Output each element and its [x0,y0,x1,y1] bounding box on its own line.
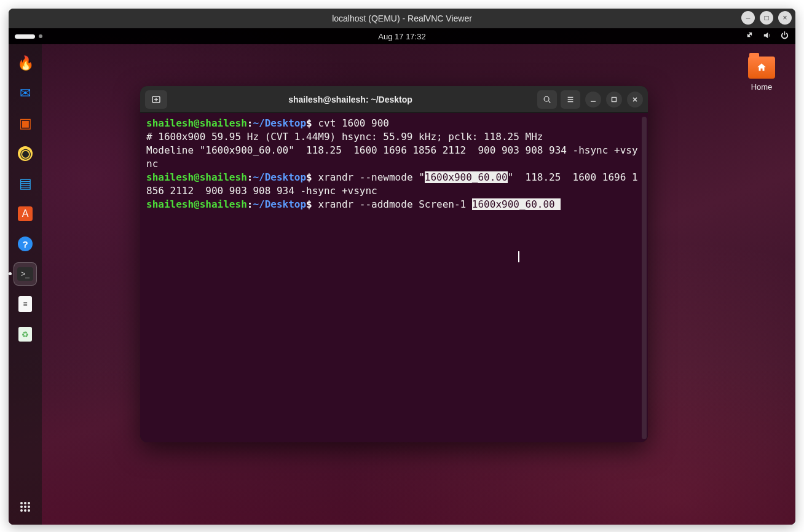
terminal-scrollbar[interactable] [642,117,647,439]
svg-point-8 [24,509,26,512]
dock-thunderbird[interactable]: ✉ [14,82,37,105]
svg-point-6 [28,506,30,508]
close-button[interactable] [627,92,643,108]
gnome-terminal-window[interactable]: shailesh@shailesh: ~/Desktop shailesh@sh… [140,86,648,442]
dock-help[interactable]: ? [14,232,37,256]
prompt-sigil: $ [306,117,312,129]
cmd-2-highlight: 1600x900_60.00 [425,171,508,183]
svg-point-5 [24,506,26,508]
output-1: # 1600x900 59.95 Hz (CVT 1.44M9) hsync: … [146,131,543,143]
cmd-2a: xrandr --newmode " [312,171,425,183]
show-applications-button[interactable] [14,495,37,518]
network-icon[interactable] [744,31,754,42]
dock-files[interactable]: ▣ [14,112,37,135]
desktop-home-folder[interactable]: Home [740,57,783,92]
system-tray[interactable] [744,31,789,42]
svg-point-7 [20,509,23,512]
help-icon: ? [18,237,33,251]
prompt-userhost: shailesh@shailesh [146,117,247,129]
hamburger-menu-button[interactable] [561,90,580,109]
text-cursor-icon [518,251,519,262]
search-button[interactable] [537,90,557,109]
vnc-title: localhost (QEMU) - RealVNC Viewer [332,14,472,23]
dock-terminal[interactable]: >_ [14,262,37,286]
cmd-3a: xrandr --addmode Screen-1 [312,198,472,210]
maximize-button[interactable] [606,92,622,108]
svg-point-3 [28,502,30,504]
dock-writer[interactable]: ▤ [14,172,37,195]
svg-point-9 [28,509,30,512]
output-2: Modeline "1600x900_60.00" 118.25 1600 16… [146,144,638,170]
vnc-close-button[interactable]: × [778,11,792,25]
trash-icon: ♻ [18,327,32,342]
writer-icon: ▤ [19,176,32,192]
prompt-path: ~/Desktop [253,117,306,129]
thunderbird-icon: ✉ [20,85,31,101]
dock-firefox[interactable]: 🔥 [14,52,37,75]
minimize-button[interactable] [585,92,601,108]
svg-point-4 [20,506,23,508]
dock-trash[interactable]: ♻ [14,323,37,346]
vnc-maximize-button[interactable]: □ [760,11,773,25]
text-editor-icon: ≡ [18,296,32,312]
cmd-1: cvt 1600 900 [312,117,389,129]
cmd-3-highlight: 1600x900_60.00 [472,198,561,210]
vnc-titlebar[interactable]: localhost (QEMU) - RealVNC Viewer – □ × [9,9,795,28]
firefox-icon: 🔥 [17,55,34,71]
terminal-headerbar[interactable]: shailesh@shailesh: ~/Desktop [140,86,648,113]
power-icon[interactable] [780,31,789,42]
vnc-toolbar-handle[interactable] [15,33,42,40]
vnc-viewer-window: localhost (QEMU) - RealVNC Viewer – □ × … [9,9,795,525]
software-icon: A [18,206,33,221]
clock[interactable]: Aug 17 17:32 [378,32,425,41]
ubuntu-dock[interactable]: 🔥 ✉ ▣ ◉ ▤ A ? >_ ≡ ♻ [9,44,42,525]
home-label: Home [740,82,783,92]
vnc-minimize-button[interactable]: – [741,11,755,25]
terminal-icon: >_ [17,267,33,281]
svg-point-11 [544,96,549,101]
svg-rect-12 [612,97,617,101]
svg-rect-0 [784,31,786,36]
gnome-topbar[interactable]: Aug 17 17:32 [9,28,795,44]
volume-icon[interactable] [762,31,771,42]
rhythmbox-icon: ◉ [18,146,33,161]
terminal-content[interactable]: shailesh@shailesh:~/Desktop$ cvt 1600 90… [140,113,648,442]
terminal-title: shailesh@shailesh: ~/Desktop [167,95,534,104]
ubuntu-desktop[interactable]: Aug 17 17:32 🔥 ✉ ▣ ◉ ▤ A ? >_ ≡ [9,28,795,525]
dock-rhythmbox[interactable]: ◉ [14,142,37,165]
dock-software[interactable]: A [14,202,37,225]
dock-text-editor[interactable]: ≡ [14,292,37,316]
new-tab-button[interactable] [145,90,167,109]
files-icon: ▣ [19,115,32,131]
svg-point-1 [20,502,23,504]
svg-point-2 [24,502,26,504]
